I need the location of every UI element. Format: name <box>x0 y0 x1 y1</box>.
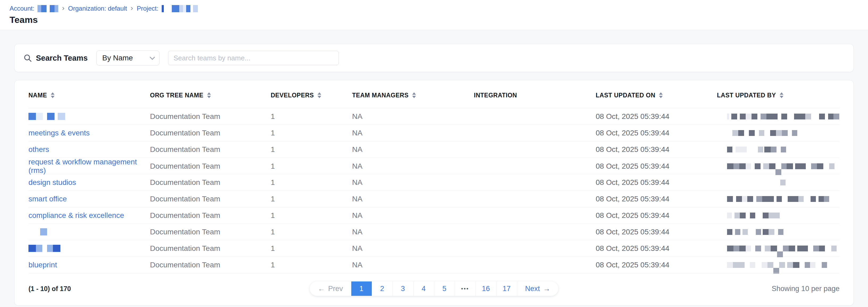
pagination-page-3[interactable]: 3 <box>393 281 413 296</box>
redacted-block <box>823 163 829 169</box>
pagination-page-4[interactable]: 4 <box>413 281 434 296</box>
redacted-block <box>47 113 55 120</box>
redacted-block <box>190 5 193 12</box>
redacted-block <box>733 196 736 202</box>
org-tree-cell: Documentation Team <box>150 261 271 269</box>
redacted-block <box>799 262 805 268</box>
redacted-block <box>781 163 786 169</box>
column-header-developers[interactable]: DEVELOPERS <box>271 92 352 99</box>
pagination-next-button[interactable]: Next→ <box>517 281 558 296</box>
pagination-page-5[interactable]: 5 <box>434 281 455 296</box>
redacted-block <box>164 5 172 12</box>
developers-cell: 1 <box>271 195 352 203</box>
team-name-link[interactable]: compliance & risk excellence <box>28 211 124 219</box>
breadcrumb-account[interactable]: Account: <box>9 5 34 12</box>
redacted-block <box>793 262 799 268</box>
breadcrumb-project-redacted-value <box>162 5 198 12</box>
team-name-link[interactable]: design studios <box>28 178 76 186</box>
team-name-link[interactable]: meetings & events <box>28 129 90 137</box>
redacted-block <box>817 163 823 169</box>
pagination-page-16[interactable]: 16 <box>476 281 496 296</box>
table-row: design studiosDocumentation Team1NA08 Oc… <box>28 174 840 190</box>
team-name-link[interactable]: smart office <box>28 195 67 203</box>
pagination-page-2[interactable]: 2 <box>372 281 393 296</box>
chevron-down-icon <box>150 55 155 60</box>
redacted-block <box>727 163 734 169</box>
redacted-block <box>815 262 822 268</box>
search-panel: Search Teams By Name <box>14 44 854 72</box>
column-header-last-updated-on[interactable]: LAST UPDATED ON <box>596 92 717 99</box>
pagination-prev-button[interactable]: ←Prev <box>310 281 351 296</box>
redacted-block <box>818 196 824 202</box>
column-header-team-managers[interactable]: TEAM MANAGERS <box>352 92 474 99</box>
sort-icon[interactable] <box>317 92 321 98</box>
team-name-cell: compliance & risk excellence <box>28 211 150 220</box>
redacted-block <box>785 262 787 268</box>
redacted-block <box>732 213 735 218</box>
redacted-block <box>727 262 733 268</box>
redacted-block <box>750 213 755 218</box>
column-header-last-updated-by[interactable]: LAST UPDATED BY <box>717 92 840 99</box>
redacted-block <box>795 163 806 169</box>
redacted-block <box>759 130 764 136</box>
team-name-cell[interactable] <box>28 228 150 236</box>
column-header-name[interactable]: NAME <box>28 92 150 99</box>
column-header-org-tree-name[interactable]: ORG TREE NAME <box>150 92 271 99</box>
sort-icon[interactable] <box>51 92 55 98</box>
redacted-block <box>782 196 788 202</box>
breadcrumb-separator-icon: › <box>130 4 134 11</box>
redacted-block <box>758 147 763 152</box>
redacted-block <box>755 163 761 169</box>
redacted-block <box>58 113 65 120</box>
redacted-block <box>795 246 797 251</box>
pagination-page-17[interactable]: 17 <box>496 281 517 296</box>
org-tree-cell: Documentation Team <box>150 195 271 203</box>
team-name-link[interactable]: others <box>28 145 49 154</box>
org-tree-cell: Documentation Team <box>150 112 271 121</box>
redacted-block <box>755 246 761 251</box>
search-filter-select[interactable]: By Name <box>96 51 160 65</box>
team-name-cell: others <box>28 145 150 154</box>
team-name-link[interactable]: request & workflow management (rms) <box>28 158 137 175</box>
last-updated-on-cell: 08 Oct, 2025 05:39:44 <box>596 129 717 137</box>
developers-cell: 1 <box>271 162 352 171</box>
team-managers-cell: NA <box>352 129 474 137</box>
last-updated-by-cell <box>717 180 840 185</box>
redacted-block <box>735 229 740 235</box>
arrow-left-icon: ← <box>318 285 325 293</box>
per-page-text: Showing 10 per page <box>772 285 840 293</box>
teams-table-card: NAMEORG TREE NAMEDEVELOPERSTEAM MANAGERS… <box>14 80 854 306</box>
redacted-block <box>819 246 825 251</box>
next-label: Next <box>525 285 540 293</box>
redacted-block <box>42 245 47 252</box>
redacted-block <box>43 113 47 120</box>
redacted-block <box>50 5 55 12</box>
breadcrumb-organization[interactable]: Organization: default <box>68 5 127 12</box>
redacted-block <box>824 196 829 202</box>
team-name-cell[interactable] <box>28 113 150 120</box>
sort-icon[interactable] <box>780 92 783 98</box>
redacted-block <box>193 5 198 12</box>
sort-icon[interactable] <box>412 92 416 98</box>
redacted-block <box>55 5 58 12</box>
last-updated-on-cell: 08 Oct, 2025 05:39:44 <box>596 178 717 187</box>
breadcrumb-project[interactable]: Project: <box>137 5 158 12</box>
redacted-block <box>789 246 795 251</box>
team-name-link[interactable]: blueprint <box>28 261 57 269</box>
breadcrumb-account-redacted-value <box>37 5 58 12</box>
search-input[interactable] <box>168 51 339 65</box>
table-footer: (1 - 10) of 170 ←Prev12345•••1617Next→ S… <box>28 273 840 304</box>
redacted-block <box>805 262 810 268</box>
redacted-block <box>727 196 733 202</box>
redacted-block <box>757 114 761 119</box>
sort-icon[interactable] <box>659 92 663 98</box>
team-name-cell[interactable] <box>28 245 150 252</box>
redacted-block <box>829 163 835 169</box>
developers-cell: 1 <box>271 261 352 269</box>
redacted-block <box>762 196 768 202</box>
redacted-block <box>751 246 755 251</box>
results-range-text: (1 - 10) of 170 <box>28 285 71 293</box>
sort-icon[interactable] <box>207 92 211 98</box>
redacted-block <box>798 196 804 202</box>
pagination-page-1[interactable]: 1 <box>351 281 372 296</box>
